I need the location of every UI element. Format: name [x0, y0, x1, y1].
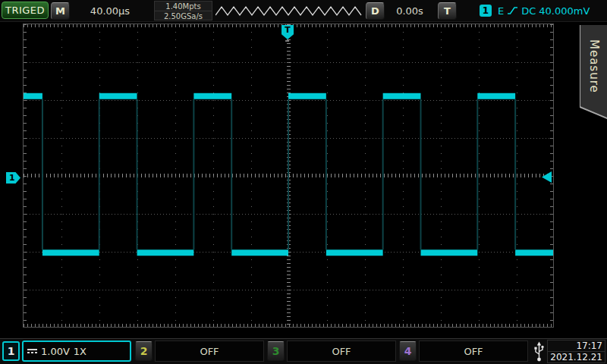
- channel1-probe-label: 1X: [74, 346, 86, 357]
- channel3-status-label: OFF: [332, 346, 351, 357]
- clock-panel: 17:17 2021.12.21: [547, 340, 605, 363]
- measure-tab-label: Measure: [587, 39, 601, 104]
- usb-icon: [533, 341, 545, 362]
- channel1-badge[interactable]: 1: [2, 341, 20, 361]
- channel4-info-box[interactable]: OFF: [419, 340, 528, 362]
- trigger-type-label: E: [498, 5, 504, 17]
- channel2-status-label: OFF: [200, 346, 219, 357]
- top-status-bar: TRIGED M 40.00µs 1.40Mpts 2.50GSa/s D 0.…: [0, 0, 607, 22]
- channel1-scale-label: 1.00V: [41, 346, 70, 357]
- trigger-channel-badge[interactable]: 1: [480, 5, 492, 17]
- waveform-preview-line: [215, 7, 361, 15]
- trigger-coupling-label: DC: [521, 5, 536, 17]
- trigger-position-readout: 0.00s: [385, 0, 434, 21]
- timebase-readout: 40.00µs: [76, 0, 144, 21]
- rising-edge-icon: [507, 5, 518, 16]
- trigger-status-badge: TRIGED: [2, 2, 49, 19]
- dc-coupling-icon: [27, 349, 37, 353]
- waveform-preview: [215, 2, 364, 19]
- channel4-status-label: OFF: [464, 346, 483, 357]
- time-label: 17:17: [548, 340, 605, 352]
- sample-rate-readout: 2.50GSa/s: [155, 11, 212, 20]
- acquisition-panel: 1.40Mpts 2.50GSa/s: [154, 1, 212, 20]
- menu-button[interactable]: M: [51, 2, 70, 20]
- trigger-settings-readout: E DC 40.000mV: [498, 0, 590, 21]
- usb-status: [530, 340, 547, 362]
- trigger-button[interactable]: T: [438, 2, 457, 20]
- trigger-level-label: 40.000mV: [539, 5, 590, 17]
- memory-depth-readout: 1.40Mpts: [155, 2, 212, 11]
- channel4-badge[interactable]: 4: [399, 341, 417, 361]
- waveform-ch1: [24, 24, 553, 327]
- channel2-badge[interactable]: 2: [135, 341, 153, 361]
- channel1-ground-marker[interactable]: 1: [6, 172, 20, 184]
- oscilloscope-screen: TRIGED M 40.00µs 1.40Mpts 2.50GSa/s D 0.…: [0, 0, 607, 364]
- channel1-info-box[interactable]: 1.00V 1X: [22, 340, 131, 362]
- trigger-position-stem: [285, 40, 289, 42]
- channel3-info-box[interactable]: OFF: [287, 340, 396, 362]
- measure-tab[interactable]: Measure: [580, 25, 607, 119]
- delay-button[interactable]: D: [366, 2, 385, 20]
- channel3-badge[interactable]: 3: [267, 341, 285, 361]
- bottom-channel-bar: 1 1.00V 1X 2 OFF 3 OFF 4 OFF: [0, 338, 607, 364]
- channel2-info-box[interactable]: OFF: [155, 340, 264, 362]
- graticule: [23, 24, 554, 328]
- date-label: 2021.12.21: [548, 352, 605, 362]
